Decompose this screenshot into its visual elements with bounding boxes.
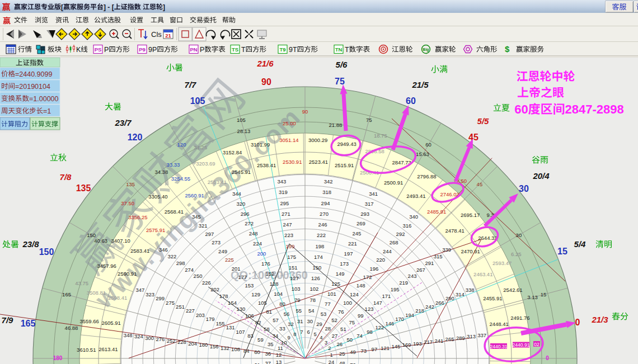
svg-text:74: 74 <box>356 333 363 339</box>
svg-text:90: 90 <box>261 77 271 87</box>
svg-text:37.50: 37.50 <box>121 200 134 206</box>
svg-text:150: 150 <box>313 264 322 271</box>
svg-text:2515.91: 2515.91 <box>335 162 354 168</box>
svg-text:102: 102 <box>309 286 318 292</box>
svg-text:90: 90 <box>302 108 308 115</box>
svg-text:2949.43: 2949.43 <box>337 141 356 147</box>
svg-text:97: 97 <box>372 346 378 352</box>
svg-text:272: 272 <box>245 220 254 226</box>
svg-text:30: 30 <box>519 184 529 193</box>
svg-text:21/6: 21/6 <box>256 59 274 68</box>
svg-text:323: 323 <box>146 291 154 297</box>
svg-text:2847-2898: 2847-2898 <box>565 102 624 116</box>
svg-text:174: 174 <box>314 254 323 260</box>
svg-text:347: 347 <box>135 287 144 293</box>
svg-text:98: 98 <box>367 329 373 335</box>
svg-text:P: P <box>200 46 204 54</box>
svg-text:218: 218 <box>415 308 424 314</box>
svg-text:315: 315 <box>434 253 443 259</box>
svg-text:201: 201 <box>232 266 241 272</box>
svg-text:271: 271 <box>282 211 290 217</box>
svg-text:60: 60 <box>254 349 260 355</box>
svg-text:3508.81: 3508.81 <box>87 290 106 296</box>
svg-text:75: 75 <box>366 117 372 123</box>
svg-text:180: 180 <box>199 342 208 348</box>
svg-text:217: 217 <box>424 339 433 345</box>
svg-text:316: 316 <box>403 223 412 229</box>
svg-text:247: 247 <box>283 221 292 228</box>
svg-text:35: 35 <box>268 341 274 347</box>
svg-text:220: 220 <box>376 257 385 263</box>
svg-text:173: 173 <box>340 261 349 267</box>
svg-text:344: 344 <box>232 191 241 197</box>
svg-text:172: 172 <box>363 274 372 280</box>
svg-text:156: 156 <box>210 343 219 349</box>
svg-text:76: 76 <box>338 309 344 315</box>
svg-text:2530.91: 2530.91 <box>283 159 302 165</box>
svg-text:2695.17: 2695.17 <box>461 212 480 218</box>
svg-text:30: 30 <box>516 232 522 238</box>
svg-text:32: 32 <box>288 321 294 327</box>
svg-text:T9: T9 <box>279 46 285 53</box>
svg-text:135: 135 <box>126 181 135 187</box>
svg-text:26: 26 <box>336 341 343 347</box>
svg-text:246: 246 <box>318 221 327 228</box>
svg-text:46.88: 46.88 <box>65 325 78 331</box>
svg-text:165: 165 <box>21 319 36 328</box>
svg-text:TN: TN <box>335 46 343 53</box>
svg-text:36: 36 <box>265 351 271 357</box>
svg-text:107: 107 <box>236 329 245 335</box>
svg-text:319: 319 <box>279 189 288 195</box>
svg-text:TS: TS <box>232 46 238 53</box>
svg-text:249: 249 <box>218 248 227 254</box>
svg-text:343: 343 <box>277 178 286 185</box>
svg-text:122: 122 <box>376 324 384 330</box>
svg-text:2560.91: 2560.91 <box>185 192 204 198</box>
svg-text:221: 221 <box>348 240 357 247</box>
svg-text:2605.91: 2605.91 <box>102 320 121 326</box>
svg-text:124: 124 <box>350 291 359 297</box>
svg-text:60: 60 <box>425 141 431 148</box>
svg-text:275: 275 <box>166 300 175 306</box>
svg-text:348: 348 <box>124 332 133 338</box>
svg-text:56: 56 <box>284 311 290 317</box>
svg-text:104: 104 <box>274 291 283 297</box>
svg-text:2796.88: 2796.88 <box>417 173 436 179</box>
svg-text:3559.66: 3559.66 <box>80 318 99 324</box>
svg-text:58: 58 <box>264 326 270 332</box>
svg-text:200: 200 <box>257 250 266 257</box>
svg-text:80: 80 <box>279 301 285 307</box>
svg-text:196: 196 <box>369 266 378 272</box>
svg-text:197: 197 <box>344 250 353 257</box>
svg-text:298: 298 <box>176 260 185 266</box>
svg-text:194: 194 <box>405 312 414 318</box>
svg-text:276: 276 <box>156 336 165 342</box>
svg-text:78: 78 <box>310 297 316 303</box>
svg-text:72: 72 <box>350 362 356 364</box>
svg-text:193: 193 <box>413 341 422 347</box>
svg-text:135: 135 <box>76 183 91 193</box>
svg-text:P: P <box>104 46 109 54</box>
svg-text:2470.91: 2470.91 <box>461 248 480 254</box>
svg-text:2440.31: 2440.31 <box>490 344 508 349</box>
svg-text:29: 29 <box>316 321 322 327</box>
svg-text:9P: 9P <box>148 46 157 54</box>
svg-text:199: 199 <box>286 243 295 249</box>
svg-text:154: 154 <box>228 300 237 306</box>
svg-text:2542.61: 2542.61 <box>503 287 522 293</box>
svg-text:178: 178 <box>219 293 228 299</box>
svg-text:225: 225 <box>225 257 234 263</box>
svg-text:61: 61 <box>254 362 260 364</box>
svg-text:121: 121 <box>381 345 390 351</box>
svg-text:267: 267 <box>416 267 425 273</box>
svg-text:3254.55: 3254.55 <box>171 176 190 182</box>
svg-text:100: 100 <box>343 300 352 306</box>
svg-text:33: 33 <box>279 325 285 332</box>
svg-text:2478.41: 2478.41 <box>445 228 465 234</box>
svg-text:3000.29: 3000.29 <box>308 137 327 143</box>
svg-text:84: 84 <box>243 348 250 354</box>
svg-text:23/8: 23/8 <box>22 239 39 249</box>
svg-text:0: 0 <box>575 318 580 327</box>
svg-text:103: 103 <box>292 286 301 292</box>
svg-text:T: T <box>241 46 246 54</box>
